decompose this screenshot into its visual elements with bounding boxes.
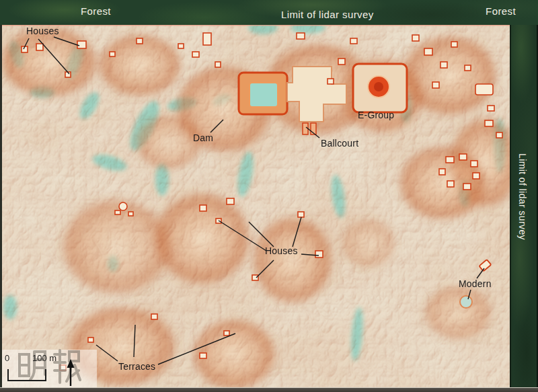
left-frame-edge <box>0 0 2 392</box>
label-houses-nw: Houses <box>26 26 59 36</box>
bottom-frame-edge <box>0 387 538 392</box>
lidar-limit-label-right: Limit of lidar survey <box>517 153 528 240</box>
label-e-group: E-Group <box>358 110 394 120</box>
lidar-map: Houses Dam Ballcourt E-Group Houses Mode… <box>2 25 510 387</box>
label-modern: Modern <box>459 279 492 289</box>
label-ballcourt: Ballcourt <box>321 139 358 149</box>
forest-border-right: Limit of lidar survey <box>510 0 538 392</box>
lidar-survey-figure: Forest Limit of lidar survey Forest Limi… <box>0 0 538 392</box>
lidar-limit-label-top: Limit of lidar survey <box>281 9 374 20</box>
scale-bar-icon <box>6 365 48 383</box>
terrain-relief <box>2 25 510 387</box>
map-top-hairline <box>2 25 510 26</box>
label-terraces: Terraces <box>118 362 155 372</box>
forest-label-left: Forest <box>81 5 111 17</box>
scale-distance-label: 100 m <box>32 353 56 363</box>
north-arrow-icon <box>65 358 76 389</box>
label-dam: Dam <box>193 133 213 143</box>
forest-label-right: Forest <box>486 5 516 17</box>
label-houses-center: Houses <box>265 246 298 256</box>
forest-border-top: Forest Limit of lidar survey Forest <box>0 0 538 25</box>
scale-zero-label: 0 <box>5 353 9 363</box>
